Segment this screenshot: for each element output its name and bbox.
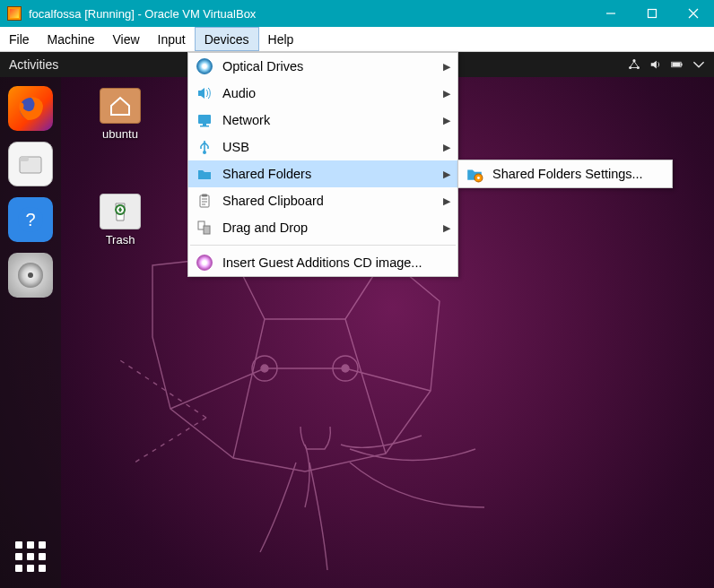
svg-rect-23 [200,125,209,127]
cd-icon [196,57,213,75]
svg-rect-8 [681,64,682,66]
files-icon [15,149,46,179]
menuitem-network[interactable]: Network ▶ [188,107,457,134]
minimize-button[interactable] [590,0,631,27]
usb-icon [196,138,213,156]
desktop-icon-trash-label: Trash [88,233,152,246]
desktop-icon-home-label: ubuntu [88,127,152,141]
menuitem-usb[interactable]: USB ▶ [188,134,457,160]
folder-icon [196,165,213,183]
activities-button[interactable]: Activities [9,57,58,72]
svg-rect-16 [20,157,29,161]
menuitem-label: Drag and Drop [222,220,443,235]
virtualbox-icon [7,6,22,21]
cd-icon [196,254,213,272]
menuitem-label: Network [222,113,443,127]
menuitem-shared-clipboard[interactable]: Shared Clipboard ▶ [188,187,457,214]
menu-help[interactable]: Help [259,27,303,51]
shared-folders-submenu: Shared Folders Settings... [457,160,673,188]
dock-app-firefox[interactable] [8,86,53,131]
dock-app-help[interactable]: ? [8,197,53,242]
network-indicator-icon [628,58,640,71]
submenu-arrow-icon: ▶ [443,169,450,180]
menuitem-label: Shared Folders [222,167,443,181]
system-tray[interactable] [628,58,705,71]
menuitem-optical-drives[interactable]: Optical Drives ▶ [188,53,457,80]
disc-icon [15,260,46,290]
submenu-arrow-icon: ▶ [443,222,450,234]
svg-rect-1 [649,10,657,18]
menuitem-label: Audio [222,86,443,100]
close-button[interactable] [673,0,714,27]
svg-point-30 [477,177,480,179]
network-icon [196,111,213,129]
svg-point-24 [203,151,206,154]
svg-point-20 [28,272,33,278]
menu-input[interactable]: Input [149,27,195,51]
battery-indicator-icon [671,58,684,71]
menuitem-shared-folders-settings[interactable]: Shared Folders Settings... [458,160,672,187]
svg-rect-28 [204,226,210,234]
dock-app-files[interactable] [8,142,53,186]
chevron-down-icon [692,58,705,71]
desktop-icon-home[interactable]: ubuntu [88,88,152,141]
devices-dropdown: Optical Drives ▶ Audio ▶ Network ▶ USB ▶… [187,52,458,277]
svg-rect-26 [202,195,207,197]
menu-view[interactable]: View [103,27,148,51]
virtualbox-menubar: File Machine View Input Devices Help [0,27,714,52]
menuitem-label: Insert Guest Additions CD image... [222,255,450,270]
submenu-arrow-icon: ▶ [443,142,450,153]
submenu-arrow-icon: ▶ [443,115,450,126]
menuitem-drag-and-drop[interactable]: Drag and Drop ▶ [188,214,457,241]
gnome-dock: ? [0,77,61,588]
svg-rect-9 [672,63,680,66]
menuitem-insert-guest-additions[interactable]: Insert Guest Additions CD image... [188,249,457,276]
svg-text:?: ? [25,210,35,229]
menuitem-shared-folders[interactable]: Shared Folders ▶ [188,160,457,187]
folder-settings-icon [466,165,483,183]
menuitem-label: Shared Clipboard [222,194,443,208]
menuitem-label: USB [222,140,443,154]
drag-icon [196,219,213,237]
desktop-icon-trash[interactable]: Trash [88,194,152,246]
show-applications-button[interactable] [15,541,46,572]
menu-devices[interactable]: Devices [195,27,259,51]
menu-machine[interactable]: Machine [39,27,104,51]
window-titlebar: focalfossa [Running] - Oracle VM Virtual… [0,0,714,27]
submenu-arrow-icon: ▶ [443,61,450,73]
svg-rect-21 [198,115,211,124]
menu-separator [190,245,456,246]
window-title: focalfossa [Running] - Oracle VM Virtual… [29,7,590,21]
maximize-button[interactable] [631,0,673,27]
ubuntu-wallpaper-art [117,238,619,579]
clipboard-icon [196,192,213,210]
dock-app-disc[interactable] [8,253,53,298]
volume-indicator-icon [649,58,662,71]
audio-icon [196,84,213,102]
submenu-arrow-icon: ▶ [443,88,450,99]
home-folder-icon [100,88,141,124]
firefox-icon [15,93,46,124]
menuitem-audio[interactable]: Audio ▶ [188,80,457,107]
menuitem-label: Shared Folders Settings... [492,167,643,181]
menuitem-label: Optical Drives [222,59,443,74]
help-icon: ? [17,206,44,233]
menu-file[interactable]: File [0,27,39,51]
trash-icon [100,194,141,229]
submenu-arrow-icon: ▶ [443,195,450,207]
svg-rect-22 [203,124,206,125]
